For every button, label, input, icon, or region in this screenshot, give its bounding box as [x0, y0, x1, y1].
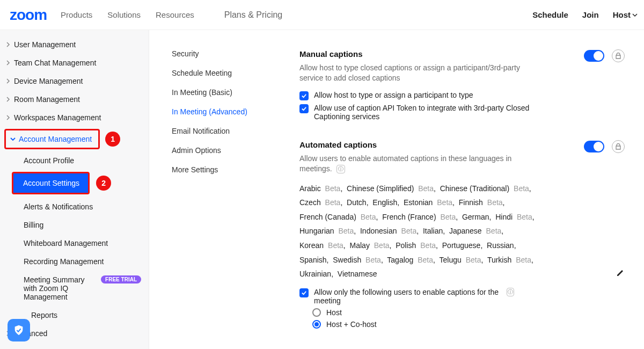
shield-icon[interactable]	[8, 319, 30, 341]
nav-plans-pricing[interactable]: Plans & Pricing	[224, 10, 283, 20]
automated-captions-title: Automated captions	[299, 140, 625, 149]
automated-captions-desc: Allow users to enable automated captions…	[299, 154, 536, 174]
checkbox-caption-api-token[interactable]	[299, 104, 309, 113]
section-link-in-meeting-advanced-[interactable]: In Meeting (Advanced)	[172, 102, 273, 121]
sidebar-item-account-management[interactable]: Account Management	[9, 134, 95, 144]
manual-captions-desc: Allow host to type closed captions or as…	[299, 63, 536, 83]
settings-section-list: SecuritySchedule MeetingIn Meeting (Basi…	[149, 30, 278, 349]
chevron-down-icon	[632, 12, 638, 18]
nav-join[interactable]: Join	[582, 10, 599, 19]
sidebar-item-team-chat-management[interactable]: Team Chat Management	[0, 54, 149, 72]
checkbox-label: Allow host to type or assign a participa…	[314, 91, 473, 99]
sidebar-item-whiteboard-mgmt[interactable]: Whiteboard Management	[0, 234, 149, 252]
language-list: Arabic Beta, Chinese (Simplified) Beta, …	[299, 181, 541, 281]
sidebar-item-room-management[interactable]: Room Management	[0, 90, 149, 108]
lock-icon[interactable]	[612, 49, 625, 62]
manual-captions-title: Manual captions	[299, 49, 625, 59]
section-link-schedule-meeting[interactable]: Schedule Meeting	[172, 63, 273, 83]
chevron-right-icon	[5, 60, 11, 66]
chevron-right-icon	[5, 115, 11, 120]
top-nav: zoom Products Solutions Resources Plans …	[0, 0, 644, 30]
section-link-more-settings[interactable]: More Settings	[172, 160, 273, 179]
checkbox-allow-host-type[interactable]	[299, 91, 309, 100]
section-link-security[interactable]: Security	[172, 44, 273, 63]
settings-content[interactable]: Manual captions Allow host to type close…	[278, 30, 644, 349]
sidebar-item-workspaces-management[interactable]: Workspaces Management	[0, 108, 149, 127]
chevron-right-icon	[5, 42, 11, 47]
radio-label: Host + Co-host	[326, 320, 377, 329]
info-icon[interactable]: ⓘ	[336, 165, 345, 173]
radio-host[interactable]	[312, 308, 321, 317]
info-icon[interactable]: ⓘ	[507, 288, 514, 296]
nav-host[interactable]: Host	[613, 10, 638, 19]
sidebar-item-device-management[interactable]: Device Management	[0, 72, 149, 90]
sidebar-item-user-management[interactable]: User Management	[0, 35, 149, 54]
nav-products[interactable]: Products	[61, 10, 92, 19]
checkbox-label: Allow use of caption API Token to integr…	[314, 104, 536, 121]
chevron-right-icon	[5, 97, 11, 102]
section-link-admin-options[interactable]: Admin Options	[172, 141, 273, 160]
checkbox-label: Allow only the following users to enable…	[314, 288, 501, 305]
free-trial-badge: FREE TRIAL	[101, 275, 141, 283]
zoom-logo[interactable]: zoom	[10, 6, 47, 24]
edit-icon[interactable]	[616, 268, 625, 279]
annotation-box-account-management: Account Management	[4, 129, 100, 149]
sidebar-item-account-settings[interactable]: Account Settings	[13, 173, 88, 193]
radio-host-cohost[interactable]	[312, 320, 321, 329]
annotation-box-account-settings: Account Settings	[12, 172, 90, 194]
toggle-manual-captions[interactable]	[584, 50, 604, 62]
checkbox-allow-only-users[interactable]	[299, 288, 309, 297]
sidebar-item-account-profile[interactable]: Account Profile	[0, 151, 149, 170]
annotation-badge-1: 1	[105, 132, 120, 147]
chevron-down-icon	[10, 136, 16, 142]
sidebar-item-billing[interactable]: Billing	[0, 216, 149, 234]
nav-schedule[interactable]: Schedule	[532, 10, 568, 19]
lock-icon[interactable]	[612, 140, 625, 153]
section-link-in-meeting-basic-[interactable]: In Meeting (Basic)	[172, 83, 273, 102]
sidebar-item-alerts[interactable]: Alerts & Notifications	[0, 198, 149, 216]
radio-label: Host	[326, 308, 342, 317]
toggle-automated-captions[interactable]	[584, 141, 604, 152]
nav-solutions[interactable]: Solutions	[107, 10, 141, 19]
annotation-badge-2: 2	[96, 176, 111, 191]
sidebar-item-recording-mgmt[interactable]: Recording Management	[0, 252, 149, 271]
admin-sidebar: User ManagementTeam Chat ManagementDevic…	[0, 30, 149, 349]
section-link-email-notification[interactable]: Email Notification	[172, 121, 273, 141]
chevron-right-icon	[5, 78, 11, 84]
sidebar-item-meeting-summary-iq[interactable]: Meeting Summary with Zoom IQ Management …	[0, 271, 149, 306]
nav-resources[interactable]: Resources	[156, 10, 194, 19]
